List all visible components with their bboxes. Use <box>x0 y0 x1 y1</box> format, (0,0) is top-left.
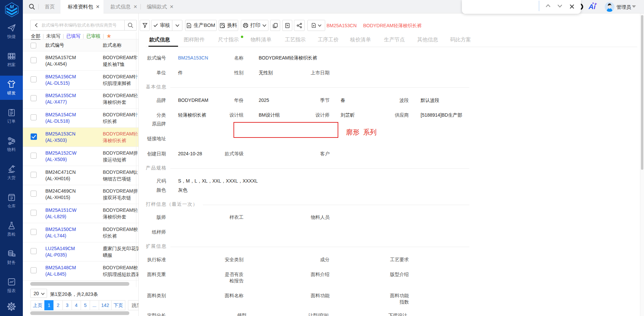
svg-text:M: M <box>10 4 14 9</box>
